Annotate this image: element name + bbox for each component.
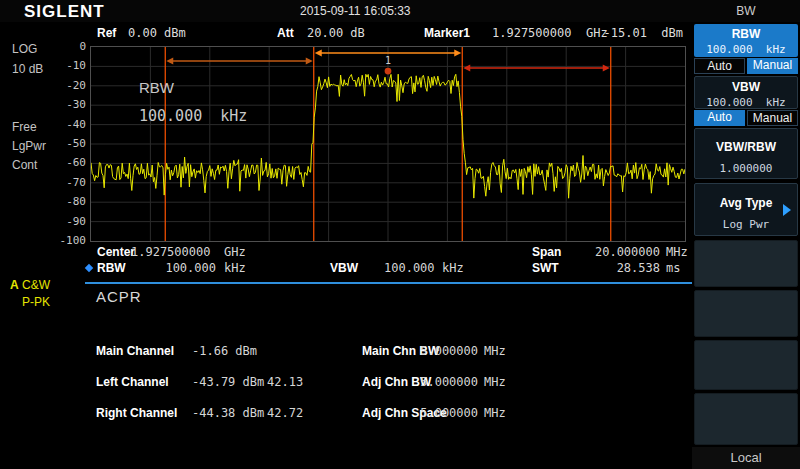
rbw-auto-manual-toggle: Auto Manual <box>694 58 798 74</box>
swt-label: SWT <box>532 261 559 275</box>
left-channel-arrow-head <box>306 58 313 65</box>
datetime: 2015-09-11 16:05:33 <box>300 4 411 18</box>
left-channel-arrow-head <box>166 58 173 65</box>
att-value: 20.00 dB <box>307 26 365 40</box>
y-tick-label: -100 <box>56 234 86 247</box>
softkey-avg-type[interactable]: Avg Type Log Pwr <box>694 183 798 236</box>
softkey-vbw-rbw-title: VBW/RBW <box>695 140 797 154</box>
brand-logo: SIGLENT <box>24 2 105 22</box>
vbw-label: VBW <box>330 261 358 275</box>
marker-label: Marker1 <box>424 26 470 40</box>
y-tick-label: -90 <box>56 215 86 228</box>
center-value: 1.927500000 <box>131 245 210 259</box>
local-status: Local <box>692 447 800 469</box>
acpr-right-ratio: 42.72 <box>267 406 303 420</box>
trace-label: A <box>10 278 19 292</box>
spectrum-plot: 1 <box>91 47 685 241</box>
adj-chn-space-value: 5.000000 <box>400 406 478 420</box>
marker-number: 1 <box>385 55 391 66</box>
rbw-annotation-value: 100.000 kHz <box>139 107 247 125</box>
vbw-toggle-manual[interactable]: Manual <box>747 110 798 126</box>
y-tick-label: 0 <box>56 40 86 53</box>
softkey-panel: RBW 100.000 kHz Auto Manual VBW 100.000 … <box>692 22 800 469</box>
status-trigger: Free <box>12 120 37 134</box>
y-tick-label: -70 <box>56 176 86 189</box>
main-chn-bw-value: 5.000000 <box>400 344 478 358</box>
main-chn-bw-unit: MHz <box>484 344 506 358</box>
ref-value: 0.00 dBm <box>128 26 186 40</box>
rbw-unit: kHz <box>224 261 246 275</box>
softkey-menu-title: BW <box>692 4 800 18</box>
softkey-empty-3 <box>694 340 798 390</box>
span-value: 20.000000 <box>560 245 660 259</box>
softkey-vbw-value: 100.000 kHz <box>695 96 797 109</box>
adj-chn-bw-unit: MHz <box>484 375 506 389</box>
softkey-empty-1 <box>694 240 798 287</box>
acpr-left-value: -43.79 dBm <box>192 375 264 389</box>
right-channel-arrow-head <box>603 65 610 72</box>
main-channel-arrow-head <box>454 50 461 57</box>
y-axis: 0-10-20-30-40-50-60-70-80-90-100 <box>54 46 86 240</box>
marker-frequency: 1.927500000 <box>492 26 571 40</box>
vbw-value: 100.000 <box>384 261 435 275</box>
right-channel-arrow-head <box>463 65 470 72</box>
rbw-label: RBW <box>97 261 126 275</box>
y-tick-label: -40 <box>56 118 86 131</box>
acpr-main-label: Main Channel <box>96 344 174 358</box>
center-unit: GHz <box>224 245 246 259</box>
vbw-auto-manual-toggle: Auto Manual <box>694 110 798 126</box>
y-tick-label: -20 <box>56 79 86 92</box>
softkey-vbw-rbw[interactable]: VBW/RBW 1.000000 <box>694 128 798 179</box>
softkey-vbw[interactable]: VBW 100.000 kHz <box>694 76 798 109</box>
att-label: Att <box>277 26 294 40</box>
acpr-right-label: Right Channel <box>96 406 177 420</box>
status-avgtype: LgPwr <box>12 139 46 153</box>
center-label: Center <box>97 245 135 259</box>
marker-dot <box>385 68 392 75</box>
y-tick-label: -60 <box>56 156 86 169</box>
swt-value: 28.538 <box>560 261 660 275</box>
status-log: LOG <box>12 42 37 56</box>
ref-label: Ref <box>97 26 116 40</box>
y-tick-label: -30 <box>56 98 86 111</box>
rbw-value: 100.000 <box>130 261 216 275</box>
span-label: Span <box>532 245 561 259</box>
acpr-right-value: -44.38 dBm <box>192 406 264 420</box>
acpr-left-ratio: 42.13 <box>267 375 303 389</box>
y-tick-label: -10 <box>56 59 86 72</box>
trace-mode: C&W <box>22 278 50 292</box>
marker-amplitude: -15.01 dBm <box>590 26 683 40</box>
vbw-toggle-auto[interactable]: Auto <box>694 110 745 126</box>
rbw-toggle-manual[interactable]: Manual <box>747 58 798 74</box>
acpr-main-value: -1.66 dBm <box>192 344 257 358</box>
softkey-rbw[interactable]: RBW 100.000 kHz <box>694 24 798 57</box>
top-bar: SIGLENT 2015-09-11 16:05:33 BW <box>0 0 800 22</box>
softkey-avg-type-title: Avg Type <box>695 196 797 210</box>
softkey-rbw-value: 100.000 kHz <box>694 43 798 56</box>
softkey-rbw-title: RBW <box>694 27 798 41</box>
softkey-empty-4 <box>694 393 798 445</box>
rbw-toggle-auto[interactable]: Auto <box>694 58 745 74</box>
span-unit: MHz <box>666 245 688 259</box>
graticule: 1 RBW 100.000 kHz <box>90 46 686 242</box>
rbw-marker-diamond-icon <box>85 264 93 272</box>
submenu-arrow-icon <box>783 204 791 216</box>
acpr-title: ACPR <box>96 288 142 305</box>
detector-mode: P-PK <box>22 295 50 309</box>
acpr-left-label: Left Channel <box>96 375 169 389</box>
softkey-empty-2 <box>694 290 798 337</box>
main-display: LOG 10 dB Free LgPwr Cont A C&W P-PK Ref… <box>0 22 692 469</box>
vbw-unit: kHz <box>442 261 464 275</box>
softkey-avg-type-value: Log Pwr <box>695 218 797 231</box>
status-sweep: Cont <box>12 158 37 172</box>
softkey-vbw-rbw-value: 1.000000 <box>695 162 797 175</box>
y-tick-label: -50 <box>56 137 86 150</box>
adj-chn-bw-value: 5.000000 <box>400 375 478 389</box>
spectrum-analyzer-screen: SIGLENT 2015-09-11 16:05:33 BW LOG 10 dB… <box>0 0 800 469</box>
acpr-separator <box>85 282 692 284</box>
softkey-vbw-title: VBW <box>695 80 797 94</box>
adj-chn-space-unit: MHz <box>484 406 506 420</box>
main-channel-arrow-head <box>315 50 322 57</box>
status-scale: 10 dB <box>12 62 43 76</box>
rbw-annotation-label: RBW <box>139 79 174 96</box>
